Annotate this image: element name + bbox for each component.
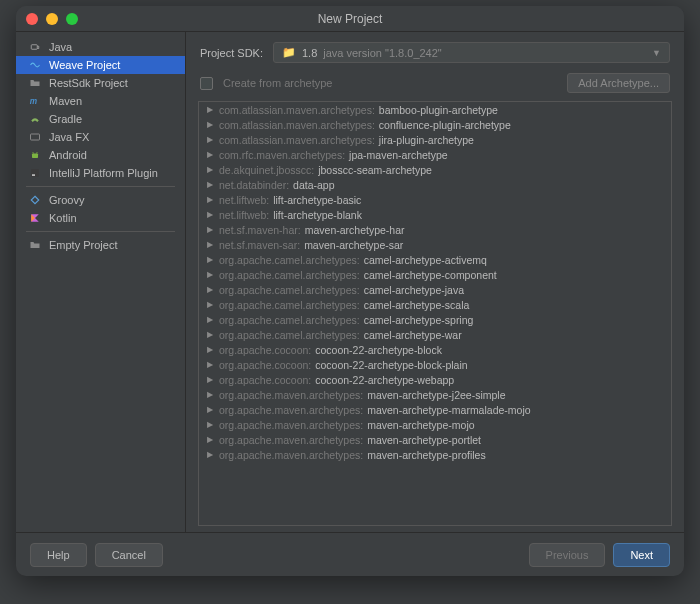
archetype-artifact: cocoon-22-archetype-block <box>315 344 442 356</box>
archetype-row[interactable]: ▶org.apache.maven.archetypes:maven-arche… <box>199 387 671 402</box>
window-title: New Project <box>16 12 684 26</box>
chevron-right-icon: ▶ <box>207 240 215 249</box>
create-from-archetype-checkbox[interactable] <box>200 77 213 90</box>
archetype-row[interactable]: ▶net.sf.maven-sar:maven-archetype-sar <box>199 237 671 252</box>
archetype-row[interactable]: ▶com.atlassian.maven.archetypes:bamboo-p… <box>199 102 671 117</box>
sdk-label: Project SDK: <box>200 47 263 59</box>
chevron-right-icon: ▶ <box>207 180 215 189</box>
archetype-group: com.rfc.maven.archetypes: <box>219 149 345 161</box>
previous-button[interactable]: Previous <box>529 543 606 567</box>
sidebar-item-gradle[interactable]: Gradle <box>16 110 185 128</box>
svg-text:m: m <box>30 97 37 106</box>
archetype-group: net.liftweb: <box>219 194 269 206</box>
archetype-group: org.apache.maven.archetypes: <box>219 389 363 401</box>
android-icon <box>28 149 42 161</box>
archetype-row[interactable]: ▶de.akquinet.jbosscc:jbosscc-seam-archet… <box>199 162 671 177</box>
archetype-row[interactable]: ▶net.sf.maven-har:maven-archetype-har <box>199 222 671 237</box>
archetype-artifact: confluence-plugin-archetype <box>379 119 511 131</box>
chevron-right-icon: ▶ <box>207 390 215 399</box>
create-from-archetype-label: Create from archetype <box>223 77 332 89</box>
sidebar-item-weave-project[interactable]: Weave Project <box>16 56 185 74</box>
sidebar-item-empty-project[interactable]: Empty Project <box>16 236 185 254</box>
sidebar-item-label: Java FX <box>49 131 89 143</box>
sidebar-item-java[interactable]: Java <box>16 38 185 56</box>
add-archetype-button[interactable]: Add Archetype... <box>567 73 670 93</box>
archetype-row[interactable]: ▶org.apache.camel.archetypes:camel-arche… <box>199 282 671 297</box>
archetype-row[interactable]: ▶org.apache.maven.archetypes:maven-arche… <box>199 432 671 447</box>
folder-icon: 📁 <box>282 46 296 59</box>
sidebar-item-groovy[interactable]: Groovy <box>16 191 185 209</box>
svg-rect-0 <box>31 45 37 50</box>
archetype-artifact: bamboo-plugin-archetype <box>379 104 498 116</box>
archetype-row[interactable]: ▶org.apache.camel.archetypes:camel-arche… <box>199 267 671 282</box>
sidebar-item-label: Groovy <box>49 194 84 206</box>
titlebar[interactable]: New Project <box>16 6 684 32</box>
svg-line-4 <box>33 152 34 154</box>
sidebar-item-label: RestSdk Project <box>49 77 128 89</box>
archetype-row[interactable]: ▶org.apache.camel.archetypes:camel-arche… <box>199 327 671 342</box>
archetype-row[interactable]: ▶org.apache.maven.archetypes:maven-arche… <box>199 447 671 462</box>
archetype-group: org.apache.cocoon: <box>219 359 311 371</box>
sidebar-item-java-fx[interactable]: Java FX <box>16 128 185 146</box>
archetype-artifact: camel-archetype-component <box>364 269 497 281</box>
chevron-right-icon: ▶ <box>207 165 215 174</box>
sidebar-item-maven[interactable]: mMaven <box>16 92 185 110</box>
archetype-artifact: lift-archetype-basic <box>273 194 361 206</box>
intellij-icon <box>28 167 42 179</box>
gradle-icon <box>28 113 42 125</box>
archetype-row[interactable]: ▶org.apache.maven.archetypes:maven-arche… <box>199 402 671 417</box>
sidebar-item-android[interactable]: Android <box>16 146 185 164</box>
chevron-right-icon: ▶ <box>207 375 215 384</box>
sidebar-item-kotlin[interactable]: Kotlin <box>16 209 185 227</box>
archetype-artifact: cocoon-22-archetype-webapp <box>315 374 454 386</box>
javafx-icon <box>28 131 42 143</box>
svg-rect-2 <box>31 134 40 140</box>
archetype-row[interactable]: ▶org.apache.maven.archetypes:maven-arche… <box>199 417 671 432</box>
groovy-icon <box>28 194 42 206</box>
archetype-row[interactable]: ▶com.rfc.maven.archetypes:jpa-maven-arch… <box>199 147 671 162</box>
archetype-group: net.databinder: <box>219 179 289 191</box>
chevron-right-icon: ▶ <box>207 435 215 444</box>
archetype-artifact: maven-archetype-mojo <box>367 419 474 431</box>
archetype-group: org.apache.maven.archetypes: <box>219 419 363 431</box>
archetype-group: com.atlassian.maven.archetypes: <box>219 134 375 146</box>
archetype-group: org.apache.camel.archetypes: <box>219 314 360 326</box>
archetype-artifact: camel-archetype-spring <box>364 314 474 326</box>
chevron-right-icon: ▶ <box>207 210 215 219</box>
archetype-group: org.apache.maven.archetypes: <box>219 434 363 446</box>
archetype-row[interactable]: ▶org.apache.cocoon:cocoon-22-archetype-w… <box>199 372 671 387</box>
archetype-row[interactable]: ▶org.apache.cocoon:cocoon-22-archetype-b… <box>199 342 671 357</box>
archetype-row[interactable]: ▶net.liftweb:lift-archetype-basic <box>199 192 671 207</box>
next-button[interactable]: Next <box>613 543 670 567</box>
archetype-group: org.apache.camel.archetypes: <box>219 299 360 311</box>
archetype-group: org.apache.camel.archetypes: <box>219 284 360 296</box>
chevron-right-icon: ▶ <box>207 360 215 369</box>
archetype-row[interactable]: ▶com.atlassian.maven.archetypes:jira-plu… <box>199 132 671 147</box>
svg-rect-3 <box>32 154 38 159</box>
archetype-row[interactable]: ▶net.databinder:data-app <box>199 177 671 192</box>
archetype-row[interactable]: ▶com.atlassian.maven.archetypes:confluen… <box>199 117 671 132</box>
archetype-row[interactable]: ▶org.apache.cocoon:cocoon-22-archetype-b… <box>199 357 671 372</box>
archetype-row[interactable]: ▶org.apache.camel.archetypes:camel-arche… <box>199 312 671 327</box>
archetype-artifact: maven-archetype-portlet <box>367 434 481 446</box>
chevron-right-icon: ▶ <box>207 345 215 354</box>
sdk-dropdown[interactable]: 📁 1.8 java version "1.8.0_242" ▼ <box>273 42 670 63</box>
archetype-row[interactable]: ▶net.liftweb:lift-archetype-blank <box>199 207 671 222</box>
archetype-artifact: camel-archetype-war <box>364 329 462 341</box>
svg-rect-7 <box>32 175 35 176</box>
archetype-row[interactable]: ▶org.apache.camel.archetypes:camel-arche… <box>199 252 671 267</box>
archetype-list[interactable]: ▶com.atlassian.maven.archetypes:bamboo-p… <box>198 101 672 526</box>
archetype-group: com.atlassian.maven.archetypes: <box>219 119 375 131</box>
chevron-right-icon: ▶ <box>207 255 215 264</box>
archetype-row[interactable]: ▶org.apache.camel.archetypes:camel-arche… <box>199 297 671 312</box>
chevron-right-icon: ▶ <box>207 150 215 159</box>
sidebar-item-restsdk-project[interactable]: RestSdk Project <box>16 74 185 92</box>
sidebar-item-intellij-platform-plugin[interactable]: IntelliJ Platform Plugin <box>16 164 185 182</box>
archetype-group: de.akquinet.jbosscc: <box>219 164 314 176</box>
archetype-group: org.apache.maven.archetypes: <box>219 449 363 461</box>
cancel-button[interactable]: Cancel <box>95 543 163 567</box>
sidebar-item-label: IntelliJ Platform Plugin <box>49 167 158 179</box>
help-button[interactable]: Help <box>30 543 87 567</box>
sidebar-separator <box>26 186 175 187</box>
chevron-right-icon: ▶ <box>207 450 215 459</box>
